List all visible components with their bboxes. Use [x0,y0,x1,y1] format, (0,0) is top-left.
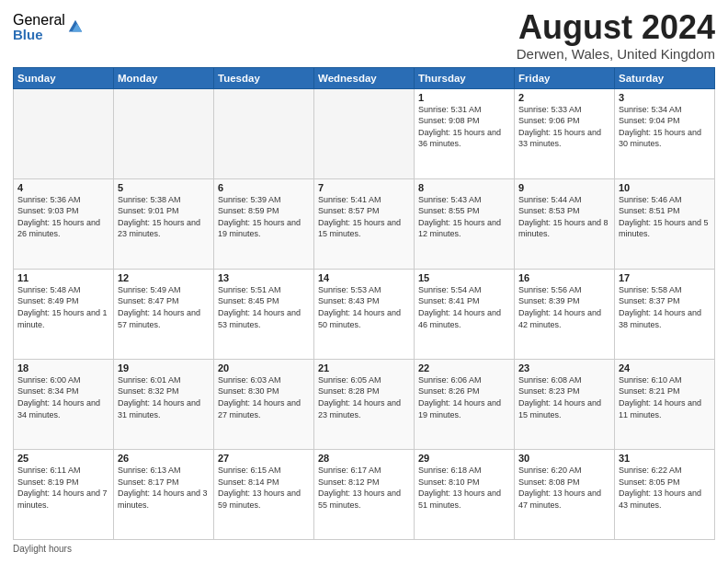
day-info: Sunrise: 5:48 AM Sunset: 8:49 PM Dayligh… [17,284,109,330]
calendar-day: 4Sunrise: 5:36 AM Sunset: 9:03 PM Daylig… [14,178,114,269]
day-number: 31 [619,453,711,464]
calendar-title: August 2024 [517,9,715,46]
logo-text: General Blue [13,13,65,41]
day-number: 12 [118,272,210,283]
day-number: 21 [318,362,410,373]
day-info: Sunrise: 5:53 AM Sunset: 8:43 PM Dayligh… [318,284,410,330]
day-number: 16 [518,272,610,283]
day-info: Sunrise: 5:38 AM Sunset: 9:01 PM Dayligh… [118,194,210,240]
day-info: Sunrise: 6:11 AM Sunset: 8:19 PM Dayligh… [17,465,109,511]
calendar-subtitle: Derwen, Wales, United Kingdom [517,46,715,62]
day-info: Sunrise: 6:03 AM Sunset: 8:30 PM Dayligh… [218,374,310,420]
logo-general: General [13,13,65,28]
day-number: 15 [418,272,510,283]
calendar-week-1: 1Sunrise: 5:31 AM Sunset: 9:08 PM Daylig… [14,88,715,178]
day-info: Sunrise: 5:44 AM Sunset: 8:53 PM Dayligh… [518,194,610,240]
day-number: 25 [17,453,109,464]
calendar-day: 1Sunrise: 5:31 AM Sunset: 9:08 PM Daylig… [415,88,515,178]
header-friday: Friday [515,67,615,88]
calendar-day [114,88,214,178]
day-info: Sunrise: 6:22 AM Sunset: 8:05 PM Dayligh… [619,465,711,511]
day-number: 10 [619,182,711,193]
day-number: 14 [318,272,410,283]
calendar-day: 6Sunrise: 5:39 AM Sunset: 8:59 PM Daylig… [214,178,314,269]
day-info: Sunrise: 6:08 AM Sunset: 8:23 PM Dayligh… [518,374,610,420]
day-info: Sunrise: 5:34 AM Sunset: 9:04 PM Dayligh… [619,104,711,150]
day-info: Sunrise: 6:15 AM Sunset: 8:14 PM Dayligh… [218,465,310,511]
day-number: 17 [619,272,711,283]
header: General Blue August 2024 Derwen, Wales, … [13,9,715,62]
calendar-week-4: 18Sunrise: 6:00 AM Sunset: 8:34 PM Dayli… [14,359,715,449]
calendar-day: 8Sunrise: 5:43 AM Sunset: 8:55 PM Daylig… [415,178,515,269]
calendar-day: 22Sunrise: 6:06 AM Sunset: 8:26 PM Dayli… [415,359,515,449]
day-info: Sunrise: 5:41 AM Sunset: 8:57 PM Dayligh… [318,194,410,240]
day-info: Sunrise: 5:43 AM Sunset: 8:55 PM Dayligh… [418,194,510,240]
calendar-body: 1Sunrise: 5:31 AM Sunset: 9:08 PM Daylig… [14,88,715,539]
calendar-day: 28Sunrise: 6:17 AM Sunset: 8:12 PM Dayli… [314,449,415,539]
day-number: 13 [218,272,310,283]
day-number: 22 [418,362,510,373]
calendar-day: 17Sunrise: 5:58 AM Sunset: 8:37 PM Dayli… [615,269,715,359]
day-number: 20 [218,362,310,373]
day-info: Sunrise: 6:10 AM Sunset: 8:21 PM Dayligh… [619,374,711,420]
calendar-day: 5Sunrise: 5:38 AM Sunset: 9:01 PM Daylig… [114,178,214,269]
day-number: 28 [318,453,410,464]
calendar-day: 9Sunrise: 5:44 AM Sunset: 8:53 PM Daylig… [515,178,615,269]
header-monday: Monday [114,67,214,88]
footer: Daylight hours [13,544,715,554]
day-info: Sunrise: 6:00 AM Sunset: 8:34 PM Dayligh… [17,374,109,420]
day-number: 26 [118,453,210,464]
day-info: Sunrise: 6:01 AM Sunset: 8:32 PM Dayligh… [118,374,210,420]
day-number: 8 [418,182,510,193]
day-number: 29 [418,453,510,464]
header-saturday: Saturday [615,67,715,88]
calendar-week-3: 11Sunrise: 5:48 AM Sunset: 8:49 PM Dayli… [14,269,715,359]
calendar-day: 2Sunrise: 5:33 AM Sunset: 9:06 PM Daylig… [515,88,615,178]
calendar-week-5: 25Sunrise: 6:11 AM Sunset: 8:19 PM Dayli… [14,449,715,539]
calendar-day: 26Sunrise: 6:13 AM Sunset: 8:17 PM Dayli… [114,449,214,539]
day-number: 11 [17,272,109,283]
day-number: 1 [418,92,510,103]
day-info: Sunrise: 5:56 AM Sunset: 8:39 PM Dayligh… [518,284,610,330]
calendar-day: 13Sunrise: 5:51 AM Sunset: 8:45 PM Dayli… [214,269,314,359]
calendar-day: 3Sunrise: 5:34 AM Sunset: 9:04 PM Daylig… [615,88,715,178]
day-number: 7 [318,182,410,193]
header-wednesday: Wednesday [314,67,415,88]
calendar-day: 21Sunrise: 6:05 AM Sunset: 8:28 PM Dayli… [314,359,415,449]
day-info: Sunrise: 5:58 AM Sunset: 8:37 PM Dayligh… [619,284,711,330]
page: General Blue August 2024 Derwen, Wales, … [0,0,728,563]
calendar-day: 14Sunrise: 5:53 AM Sunset: 8:43 PM Dayli… [314,269,415,359]
header-sunday: Sunday [14,67,114,88]
day-number: 24 [619,362,711,373]
calendar-day: 18Sunrise: 6:00 AM Sunset: 8:34 PM Dayli… [14,359,114,449]
day-info: Sunrise: 5:51 AM Sunset: 8:45 PM Dayligh… [218,284,310,330]
day-number: 5 [118,182,210,193]
day-info: Sunrise: 6:18 AM Sunset: 8:10 PM Dayligh… [418,465,510,511]
day-info: Sunrise: 5:49 AM Sunset: 8:47 PM Dayligh… [118,284,210,330]
calendar-day: 15Sunrise: 5:54 AM Sunset: 8:41 PM Dayli… [415,269,515,359]
day-info: Sunrise: 5:31 AM Sunset: 9:08 PM Dayligh… [418,104,510,150]
calendar-table: Sunday Monday Tuesday Wednesday Thursday… [13,67,715,540]
day-number: 23 [518,362,610,373]
day-number: 30 [518,453,610,464]
header-tuesday: Tuesday [214,67,314,88]
calendar-day: 31Sunrise: 6:22 AM Sunset: 8:05 PM Dayli… [615,449,715,539]
day-number: 9 [518,182,610,193]
day-number: 19 [118,362,210,373]
calendar-week-2: 4Sunrise: 5:36 AM Sunset: 9:03 PM Daylig… [14,178,715,269]
calendar-day: 20Sunrise: 6:03 AM Sunset: 8:30 PM Dayli… [214,359,314,449]
day-info: Sunrise: 5:33 AM Sunset: 9:06 PM Dayligh… [518,104,610,150]
calendar-day: 19Sunrise: 6:01 AM Sunset: 8:32 PM Dayli… [114,359,214,449]
day-number: 4 [17,182,109,193]
calendar-day: 29Sunrise: 6:18 AM Sunset: 8:10 PM Dayli… [415,449,515,539]
logo: General Blue [13,13,84,41]
calendar-day: 10Sunrise: 5:46 AM Sunset: 8:51 PM Dayli… [615,178,715,269]
calendar-day [214,88,314,178]
logo-blue: Blue [13,28,65,41]
calendar-day [314,88,415,178]
day-info: Sunrise: 6:17 AM Sunset: 8:12 PM Dayligh… [318,465,410,511]
title-block: August 2024 Derwen, Wales, United Kingdo… [517,9,715,62]
day-number: 6 [218,182,310,193]
calendar-day [14,88,114,178]
day-info: Sunrise: 6:13 AM Sunset: 8:17 PM Dayligh… [118,465,210,511]
